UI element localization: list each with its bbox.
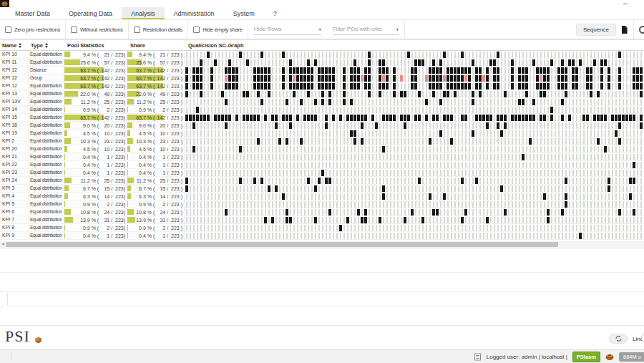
graph-cell: [508, 99, 509, 105]
tab-system[interactable]: System: [224, 7, 264, 19]
graph-cell: [286, 91, 288, 97]
table-row[interactable]: KPI 18Equal distribution9.0 % (20 / 223)…: [0, 122, 644, 130]
graph-cell: [429, 59, 431, 66]
checkbox-box[interactable]: [193, 26, 200, 33]
table-row[interactable]: KPI 6Equal distribution10.8 % (24 / 223)…: [0, 208, 644, 216]
graph-cell: [204, 178, 205, 184]
table-row[interactable]: KPI 4Equal distribution6.3 % (14 / 223)6…: [0, 193, 644, 200]
graph-cell: [436, 130, 438, 137]
table-row[interactable]: KPI 15Equal distribution63.7 % (142 / 22…: [0, 114, 644, 122]
graph-cell: [590, 75, 592, 82]
graph-cell: [429, 138, 431, 145]
graph-cell: [279, 162, 280, 168]
table-row[interactable]: KPI 12Equal distribution63.7 % (142 / 22…: [0, 82, 644, 90]
graph-cell: [318, 162, 320, 168]
graph-cell: [476, 130, 477, 137]
graph-cell: [272, 130, 273, 137]
clipped-circular-icon[interactable]: [639, 26, 644, 34]
checkbox-restriction-details[interactable]: Restriction details: [129, 26, 187, 33]
tab-analysis[interactable]: Analysis: [122, 7, 165, 19]
checkbox-zero-prio-restrictions[interactable]: Zero prio restrictions: [0, 26, 65, 33]
graph-cell: [458, 201, 459, 208]
tab-master-data[interactable]: Master Data: [6, 7, 59, 19]
table-row[interactable]: KPI 14Equal distribution0.9 % (2 / 223)0…: [0, 106, 644, 114]
column-header-pool-statistics[interactable]: Pool Statistics: [67, 40, 104, 51]
table-row[interactable]: KPI 9Equal distribution0.4 % (1 / 223)0.…: [0, 232, 644, 240]
share-cell: 10.8 % (24 / 223 ): [127, 208, 185, 216]
sort-icon[interactable]: [45, 43, 48, 48]
graph-cell: [297, 178, 298, 184]
scrollbar-thumb[interactable]: [6, 242, 558, 247]
minimize-glyph[interactable]: –: [623, 0, 628, 7]
graph-cell: [636, 67, 639, 74]
table-row[interactable]: KPI 11Equal distribution25.6 % (57 / 223…: [0, 59, 644, 67]
table-row[interactable]: KPI 12Group63.7 % (142 / 223)63.7 % (142…: [0, 74, 644, 82]
graph-cell: [193, 107, 195, 113]
table-row[interactable]: KPI 3Equal distribution6.7 % (15 / 223)6…: [0, 185, 644, 193]
checkbox-hide-empty-share[interactable]: Hide empty share: [188, 26, 248, 33]
graph-cell: [275, 201, 277, 208]
statusbar-separator: [11, 352, 11, 361]
checkbox-box[interactable]: [5, 26, 11, 33]
checkbox-box[interactable]: [134, 26, 140, 33]
table-row[interactable]: KPI 22Equal distribution0.4 % (1 / 223)0…: [0, 161, 644, 169]
tab-operating-data[interactable]: Operating Data: [59, 7, 122, 19]
sequence-button[interactable]: Sequence: [576, 24, 616, 36]
graph-cell: [562, 146, 563, 153]
graph-cell: [204, 67, 205, 74]
graph-cell: [544, 170, 545, 176]
column-header-type[interactable]: Type: [31, 40, 48, 51]
tab-help[interactable]: ?: [264, 7, 286, 19]
table-row[interactable]: KPI 2Equal distribution10.3 % (23 / 223)…: [0, 137, 644, 145]
scroll-left-arrow-icon[interactable]: [1, 243, 4, 246]
row-type: Equal distribution: [29, 90, 64, 97]
graph-cell: [414, 115, 417, 121]
horizontal-scrollbar[interactable]: [0, 241, 644, 248]
report-document-icon[interactable]: [621, 26, 628, 34]
graph-cell: [404, 193, 406, 200]
table-row[interactable]: KPI 12Distance63.7 % (142 / 223)63.7 % (…: [0, 67, 644, 74]
row-type: Equal distribution: [29, 82, 64, 89]
graph-cell: [615, 209, 617, 216]
tab-administration[interactable]: Administration: [165, 7, 224, 19]
graph-cell: [440, 115, 441, 121]
graph-cell: [369, 107, 370, 113]
checkbox-box[interactable]: [71, 26, 77, 33]
table-row[interactable]: KPI 13VEqual distribution11.2 % (25 / 22…: [0, 98, 644, 106]
table-row[interactable]: KPI 23Equal distribution0.4 % (1 / 223)0…: [0, 169, 644, 177]
graph-cell: [303, 75, 306, 82]
checkbox-label: Without restrictions: [80, 26, 123, 33]
graph-cell: [487, 59, 488, 66]
filter-pos-dropdown[interactable]: Filter POs with crits ▾: [333, 24, 399, 35]
graph-cell: [508, 52, 509, 58]
table-row[interactable]: KPI 13Equal distribution22.0 % (49 / 223…: [0, 90, 644, 98]
graph-cell: [637, 52, 638, 58]
column-header-share[interactable]: Share: [130, 40, 145, 51]
table-row[interactable]: KPI 7Equal distribution13.9 % (31 / 223)…: [0, 216, 644, 224]
graph-cell: [236, 52, 238, 58]
graph-cell: [368, 83, 371, 89]
graph-cell: [297, 162, 298, 168]
table-row[interactable]: KPI 20Equal distribution4.5 % (10 / 223)…: [0, 145, 644, 153]
graph-cell: [243, 99, 245, 105]
hide-rows-dropdown[interactable]: Hide Rows ▾: [254, 24, 321, 35]
sort-icon[interactable]: [19, 43, 21, 48]
table-row[interactable]: KPI 24Equal distribution11.2 % (25 / 223…: [0, 177, 644, 185]
table-row[interactable]: KPI 10Equal distribution9.4 % (21 / 223)…: [0, 51, 644, 59]
table-row[interactable]: KPI 21Equal distribution0.4 % (1 / 223)0…: [0, 153, 644, 161]
graph-cell: [544, 217, 545, 223]
graph-cell: [605, 209, 606, 216]
graph-cell: [544, 146, 545, 153]
table-row[interactable]: KPI 5Equal distribution0.9 % (2 / 223)0.…: [0, 200, 644, 208]
table-row[interactable]: KPI 8Equal distribution0.9 % (2 / 223)0.…: [0, 224, 644, 232]
table-row[interactable]: KPI 19Equal distribution4.5 % (10 / 223)…: [0, 130, 644, 137]
graph-cell: [580, 99, 581, 105]
graph-cell: [594, 162, 595, 168]
graph-cell: [508, 217, 509, 223]
graph-cell: [343, 122, 345, 129]
graph-cell: [411, 83, 414, 89]
graph-cell: [197, 138, 198, 145]
refresh-button[interactable]: [609, 334, 628, 344]
column-header-name[interactable]: Name: [2, 40, 21, 51]
checkbox-without-restrictions[interactable]: Without restrictions: [66, 26, 128, 33]
